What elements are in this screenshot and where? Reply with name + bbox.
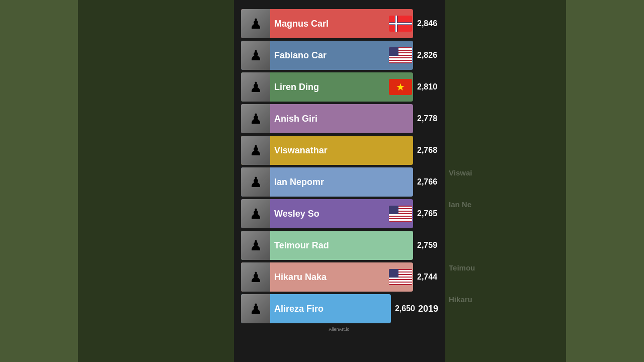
player-score: 2,765 — [417, 209, 438, 218]
center-panel: ♟ Magnus Carl 2,846 ♟ Fabiano Car — [234, 0, 445, 362]
player-bar: ♟ Viswanathar — [241, 136, 413, 165]
player-bar: ♟ Hikaru Naka — [241, 262, 413, 292]
player-row-3: ♟ Liren Ding ★ 2,810 — [237, 72, 442, 102]
ghost-text: Hikaru — [449, 285, 472, 314]
avatar-placeholder: ♟ — [241, 41, 270, 70]
player-name: Fabiano Car — [270, 50, 389, 61]
player-score: 2,778 — [417, 114, 438, 123]
ghost-row-8: Teimou — [448, 252, 562, 284]
flag-usa — [389, 206, 412, 222]
player-score: 2,759 — [417, 241, 438, 250]
ghost-text: Ian Ne — [449, 190, 471, 219]
player-score: 2,810 — [417, 82, 438, 92]
player-score: 2,744 — [417, 273, 438, 282]
flag-india — [389, 142, 412, 158]
ghost-row-4 — [448, 125, 562, 157]
player-name: Teimour Rad — [270, 240, 389, 251]
player-name: Wesley So — [270, 209, 389, 219]
player-row-5: ♟ Viswanathar 2,768 — [237, 136, 442, 165]
player-avatar: ♟ — [241, 72, 270, 102]
flag-netherlands — [389, 111, 412, 127]
year-label: 2019 — [418, 304, 438, 314]
player-row-1: ♟ Magnus Carl 2,846 — [237, 9, 442, 38]
flag-russia — [389, 174, 412, 190]
avatar-placeholder: ♟ — [241, 262, 270, 292]
player-name: Alireza Firo — [270, 304, 367, 314]
player-avatar: ♟ — [241, 9, 270, 38]
player-score: 2,826 — [417, 51, 438, 60]
player-bar: ♟ Magnus Carl — [241, 9, 413, 38]
ghost-row-1 — [448, 30, 562, 62]
watermark: AlienArt.io — [329, 327, 350, 332]
player-score: 2,846 — [417, 19, 438, 28]
player-row-4: ♟ Anish Giri 2,778 — [237, 104, 442, 133]
player-name: Viswanathar — [270, 145, 389, 156]
player-avatar: ♟ — [241, 167, 270, 197]
player-row-7: ♟ Wesley So — [237, 199, 442, 228]
ghost-row-6: Ian Ne — [448, 189, 562, 220]
ghost-row-10 — [448, 315, 562, 347]
player-row-6: ♟ Ian Nepomr 2,766 — [237, 167, 442, 197]
player-row-9: ♟ Hikaru Naka — [237, 262, 442, 292]
player-avatar: ♟ — [241, 231, 270, 260]
avatar-placeholder: ♟ — [241, 72, 270, 102]
player-bar: ♟ Anish Giri — [241, 104, 413, 133]
flag-azerbaijan — [389, 237, 412, 253]
flag-usa — [389, 269, 412, 285]
avatar-placeholder: ♟ — [241, 9, 270, 38]
avatar-placeholder: ♟ — [241, 231, 270, 260]
ghost-row-9: Hikaru — [448, 284, 562, 315]
ghost-row-5: Viswai — [448, 157, 562, 189]
player-name: Anish Giri — [270, 114, 389, 124]
player-name: Hikaru Naka — [270, 272, 389, 283]
player-name: Ian Nepomr — [270, 177, 389, 188]
avatar-placeholder: ♟ — [241, 199, 270, 228]
player-avatar: ♟ — [241, 262, 270, 292]
player-score: 2,766 — [417, 177, 438, 187]
player-name: Liren Ding — [270, 82, 389, 93]
avatar-placeholder: ♟ — [241, 167, 270, 197]
player-avatar: ♟ — [241, 104, 270, 133]
flag-france — [367, 301, 390, 317]
right-panel: ViswaiIan NeTeimouHikaru — [445, 0, 566, 362]
player-avatar: ♟ — [241, 199, 270, 228]
flag-china: ★ — [389, 79, 412, 95]
ghost-row-7 — [448, 220, 562, 252]
player-score: 2,650 — [395, 304, 416, 313]
avatar-placeholder: ♟ — [241, 294, 270, 323]
player-avatar: ♟ — [241, 294, 270, 323]
flag-norway — [389, 16, 412, 32]
player-row-10: ♟ Alireza Firo 2,650 2019 — [237, 294, 442, 323]
player-bar: ♟ Alireza Firo — [241, 294, 391, 323]
player-row-8: ♟ Teimour Rad 2,759 — [237, 231, 442, 260]
player-bar: ♟ Ian Nepomr — [241, 167, 413, 197]
ghost-row-2 — [448, 62, 562, 94]
left-panel — [78, 0, 234, 362]
player-avatar: ♟ — [241, 41, 270, 70]
player-bar: ♟ Fabiano Car — [241, 41, 413, 70]
player-name: Magnus Carl — [270, 19, 389, 29]
player-avatar: ♟ — [241, 136, 270, 165]
player-bar: ♟ Teimour Rad — [241, 231, 413, 260]
ghost-text: Teimou — [449, 253, 475, 283]
avatar-placeholder: ♟ — [241, 104, 270, 133]
player-score: 2,768 — [417, 146, 438, 155]
flag-usa — [389, 47, 412, 63]
ghost-text: Viswai — [449, 158, 472, 188]
avatar-placeholder: ♟ — [241, 136, 270, 165]
player-bar: ♟ Wesley So — [241, 199, 413, 228]
player-bar: ♟ Liren Ding ★ — [241, 72, 413, 102]
player-row-2: ♟ Fabiano Car — [237, 41, 442, 70]
ghost-row-3 — [448, 94, 562, 125]
